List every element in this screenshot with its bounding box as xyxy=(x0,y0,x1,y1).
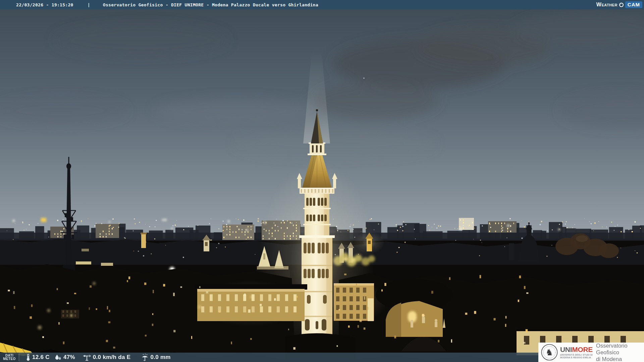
dati-label-line2: METEO xyxy=(0,357,19,361)
camera-title: Osservatorio Geofisico - DIEF UNIMORE - … xyxy=(103,2,318,7)
rain-icon xyxy=(141,354,149,361)
temperature-reading: 12.6 C xyxy=(26,354,50,361)
rain-reading: 0.0 mm xyxy=(141,354,170,361)
unimore-wordmark: UNIMORE UNIVERSITÀ DEGLI STUDI DI MODENA… xyxy=(560,346,593,359)
palazzo-facade xyxy=(195,284,307,321)
observatory-name-line2: di Modena xyxy=(596,356,644,362)
humidity-reading: 47% xyxy=(54,354,75,361)
humidity-icon xyxy=(54,354,62,361)
meteo-separator xyxy=(19,354,19,361)
unimore-subtitle-line1: UNIVERSITÀ DEGLI STUDI DI xyxy=(560,354,593,356)
temperature-value: 12.6 C xyxy=(32,354,50,361)
svg-text:♞: ♞ xyxy=(545,347,553,357)
wind-vane-icon xyxy=(83,354,91,361)
star-dot xyxy=(364,78,365,79)
camera-lens-icon xyxy=(619,2,624,7)
unimore-logo-box: ♞ UNIMORE UNIVERSITÀ DEGLI STUDI DI MODE… xyxy=(538,343,644,362)
unimore-seal-icon: ♞ xyxy=(541,343,558,361)
wind-reading: 0.0 km/h da E xyxy=(83,354,131,361)
unimore-more-text: MORE xyxy=(572,346,593,353)
webcam-scene xyxy=(0,0,644,362)
timestamp: 22/03/2026 - 19:15:20 xyxy=(16,2,73,7)
observatory-name: Osservatorio Geofisico di Modena xyxy=(596,342,644,362)
header-bar: 22/03/2026 - 19:15:20 | Osservatorio Geo… xyxy=(0,0,644,9)
chimney-cluster xyxy=(61,310,79,318)
dati-meteo-label: DATI METEO xyxy=(0,353,19,362)
thermometer-icon xyxy=(26,354,31,361)
rain-value: 0.0 mm xyxy=(150,354,170,361)
unimore-uni-text: UNI xyxy=(560,346,572,353)
separator: | xyxy=(88,2,90,7)
weathercam-logo: Weather CAM xyxy=(596,1,642,8)
weathercam-cam-badge: CAM xyxy=(625,1,642,8)
golden-strip-tower xyxy=(141,233,147,248)
palazzo-ducale-facade xyxy=(334,283,374,321)
weathercam-weather-label: Weather xyxy=(596,2,618,8)
wind-value: 0.0 km/h da E xyxy=(93,354,131,361)
observatory-name-line1: Osservatorio Geofisico xyxy=(596,342,644,356)
unimore-subtitle-line2: MODENA E REGGIO EMILIA xyxy=(560,356,593,359)
webcam-view: 22/03/2026 - 19:15:20 | Osservatorio Geo… xyxy=(0,0,644,362)
humidity-value: 47% xyxy=(63,354,75,361)
